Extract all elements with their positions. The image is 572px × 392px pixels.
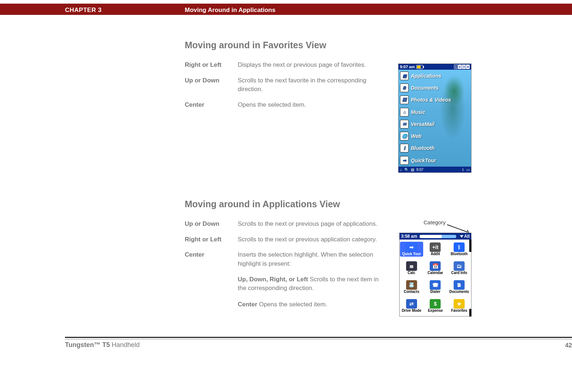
footer-rule-thin	[65, 339, 572, 339]
app-expense[interactable]: $Expense	[428, 299, 443, 313]
favorite-item-quicktour[interactable]: ➡QuickTour	[399, 154, 471, 166]
header-title: Moving Around in Applications	[185, 4, 275, 16]
battery-icon	[416, 65, 423, 69]
row-right-left: Right or Left Displays the next or previ…	[185, 61, 381, 70]
app-grid: ➡Quick Tour+itAdditᛒBluetooth≣Calc📅Calen…	[400, 240, 471, 316]
page-tab[interactable]: 4	[466, 65, 470, 69]
web-icon: 🌐	[400, 132, 409, 140]
section-applications: Moving around in Applications View Up or…	[185, 199, 388, 309]
app-icon: $	[430, 299, 441, 309]
app-quick-tour[interactable]: ➡Quick Tour	[400, 242, 423, 257]
scrollbar[interactable]	[469, 240, 471, 317]
page-tab[interactable]: 2	[458, 65, 462, 69]
favorite-label: Web	[411, 133, 421, 139]
favorite-label: Bluetooth	[411, 145, 434, 151]
app-label: Expense	[428, 309, 443, 313]
favorite-item-music[interactable]: ♫Music	[399, 106, 471, 118]
device-task-bar: ⌂ 🔍 ▤ 9:07 ᛒ ▭	[399, 167, 471, 172]
term: Right or Left	[185, 61, 238, 70]
term: Right or Left	[185, 235, 238, 244]
music-icon: ♫	[400, 108, 409, 117]
search-icon[interactable]: 🔍	[404, 168, 409, 172]
app-icon: 📅	[430, 261, 441, 271]
device-status-bar: 3:58 am All	[400, 233, 471, 240]
definition: Scrolls to the next or previous page of …	[238, 220, 388, 229]
app-icon: 🗎	[454, 280, 465, 290]
app-label: Calc	[408, 271, 415, 275]
favorite-item-documents[interactable]: 🗎Documents	[399, 82, 471, 94]
app-label: Bluetooth	[451, 252, 468, 256]
favorite-label: VersaMail	[411, 121, 434, 127]
mail-icon: ✉	[400, 120, 409, 128]
sub-text: Opens the selected item.	[257, 301, 327, 308]
callout-line	[447, 224, 468, 232]
page-tabs: 1 2 3 4	[454, 65, 470, 69]
device-time: 3:58 am	[401, 234, 417, 239]
section-heading: Moving around in Applications View	[185, 199, 388, 209]
row-up-down: Up or Down Scrolls to the next favorite …	[185, 76, 381, 94]
favorite-item-versamail[interactable]: ✉VersaMail	[399, 118, 471, 130]
app-icon: +it	[430, 242, 441, 252]
page-tab[interactable]: 1	[454, 65, 458, 69]
app-icon: 📇	[406, 280, 417, 290]
app-label: Card Info	[451, 271, 467, 275]
app-documents[interactable]: 🗎Documents	[449, 280, 469, 294]
app-label: Quick Tour	[402, 252, 421, 256]
app-label: Contacts	[404, 290, 419, 294]
app-label: Calendar	[428, 271, 443, 275]
term: Up or Down	[185, 76, 238, 85]
page-number: 42	[565, 342, 572, 349]
app-contacts[interactable]: 📇Contacts	[404, 280, 419, 294]
subrow-udrl: Up, Down, Right, or Left Scrolls to the …	[238, 275, 388, 293]
term: Up or Down	[185, 220, 238, 229]
app-favorites[interactable]: ★Favorites	[451, 299, 467, 313]
document-icon: 🗎	[400, 83, 409, 92]
footer-rule-bold	[65, 337, 572, 338]
home-icon[interactable]: ⌂	[400, 168, 402, 172]
device-time: 9:07 am	[400, 65, 415, 69]
definition: Opens the selected item.	[238, 101, 381, 110]
row-center: Center Opens the selected item.	[185, 101, 381, 110]
favorite-item-bluetooth[interactable]: ᛒBluetooth	[399, 142, 471, 154]
definition: Inserts the selection highlight. When th…	[238, 250, 388, 268]
app-drive-mode[interactable]: ⇄Drive Mode	[402, 299, 421, 313]
battery-bar-icon	[420, 235, 456, 238]
favorite-item-applications[interactable]: ▦Applications	[399, 70, 471, 82]
app-calendar[interactable]: 📅Calendar	[428, 261, 443, 275]
bluetooth-icon: ᛒ	[400, 144, 409, 152]
menu-icon[interactable]: ▤	[411, 168, 414, 172]
app-card-info[interactable]: 🗂Card Info	[451, 261, 467, 275]
app-bluetooth[interactable]: ᛒBluetooth	[451, 242, 468, 256]
app-icon: ★	[454, 299, 465, 309]
favorite-label: QuickTour	[411, 158, 436, 163]
sub-label: Up, Down, Right, or Left	[238, 276, 308, 283]
page-tab[interactable]: 3	[462, 65, 466, 69]
row-up-down: Up or Down Scrolls to the next or previo…	[185, 220, 388, 229]
favorite-item-photos[interactable]: 🖼Photos & Videos	[399, 94, 471, 106]
app-dialer[interactable]: ☎Dialer	[430, 280, 441, 294]
term: Center	[185, 101, 238, 110]
app-calc[interactable]: ≣Calc	[406, 261, 417, 275]
definition: Displays the next or previous page of fa…	[238, 61, 381, 70]
device-favorites: 9:07 am 1 2 3 4 ▦Applications 🗎Documents…	[398, 64, 471, 173]
sub-label: Center	[238, 301, 257, 308]
definition: Scrolls to the next favorite in the corr…	[238, 76, 381, 94]
chapter-label: CHAPTER 3	[65, 4, 102, 16]
device-applications: 3:58 am All ➡Quick Tour+itAdditᛒBluetoot…	[399, 233, 471, 317]
dropdown-icon[interactable]	[460, 235, 463, 238]
app-label: Addit	[431, 252, 440, 256]
app-icon: ⇄	[406, 299, 417, 309]
photo-icon: 🖼	[400, 95, 409, 104]
category-selector[interactable]: All	[464, 234, 470, 239]
grid-icon: ▦	[400, 72, 409, 80]
app-addit[interactable]: +itAddit	[430, 242, 441, 256]
favorite-item-web[interactable]: 🌐Web	[399, 130, 471, 142]
app-icon: ☎	[430, 280, 441, 290]
app-icon: 🗂	[454, 261, 465, 271]
category-callout: Category	[424, 219, 446, 225]
device-body: ▦Applications 🗎Documents 🖼Photos & Video…	[399, 70, 471, 167]
product-rest: Handheld	[110, 341, 140, 348]
app-label: Dialer	[430, 290, 441, 294]
app-label: Drive Mode	[402, 309, 421, 313]
section-heading: Moving around in Favorites View	[185, 40, 381, 50]
